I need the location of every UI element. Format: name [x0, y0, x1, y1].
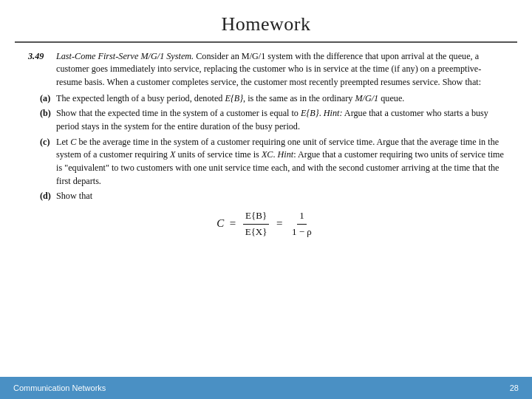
slide-title: Homework	[222, 13, 311, 35]
problem-number: 3.49	[28, 50, 53, 64]
problem-body: Last-Come First-Serve M/G/1 System. Cons…	[56, 50, 504, 89]
sub-label-c: (c)	[40, 136, 53, 149]
sub-item-c: (c) Let C be the average time in the sys…	[40, 136, 504, 188]
sub-label-d: (d)	[40, 190, 53, 203]
formula-C: C	[216, 217, 224, 229]
sub-item-a: (a) The expected length of a busy period…	[40, 92, 504, 106]
sub-item-b: (b) Show that the expected time in the s…	[40, 107, 504, 133]
formula-area: C = E{B} E{X} = 1 1 − ρ	[28, 209, 504, 239]
sub-item-d: (d) Show that	[40, 190, 504, 203]
sub-label-b: (b)	[40, 107, 53, 120]
problem-block: 3.49 Last-Come First-Serve M/G/1 System.…	[28, 50, 504, 239]
title-area: Homework	[0, 0, 532, 41]
slide-container: Homework 3.49 Last-Come First-Serve M/G/…	[0, 0, 532, 399]
formula-frac1: E{B} E{X}	[243, 209, 270, 239]
footer-page: 28	[510, 383, 519, 392]
formula-frac2: 1 1 − ρ	[290, 209, 314, 239]
sub-body-c: Let C be the average time in the system …	[56, 136, 504, 188]
footer-course: Communication Networks	[13, 383, 106, 392]
title-divider	[15, 41, 517, 43]
sub-label-a: (a)	[40, 92, 53, 106]
sub-body-a: The expected length of a busy period, de…	[56, 92, 504, 106]
footer-bar: Communication Networks 28	[0, 377, 532, 399]
sub-items: (a) The expected length of a busy period…	[40, 92, 504, 204]
problem-title: Last-Come First-Serve M/G/1 System.	[56, 51, 194, 61]
content-area: 3.49 Last-Come First-Serve M/G/1 System.…	[0, 50, 532, 400]
sub-body-d: Show that	[56, 190, 504, 203]
sub-body-b: Show that the expected time in the syste…	[56, 107, 504, 133]
problem-header: 3.49 Last-Come First-Serve M/G/1 System.…	[28, 50, 504, 89]
